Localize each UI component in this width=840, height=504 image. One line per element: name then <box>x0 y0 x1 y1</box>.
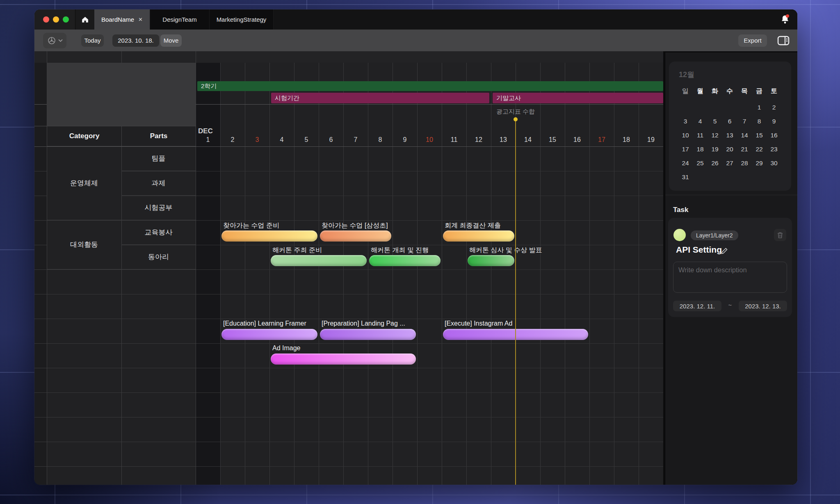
calendar-date[interactable]: 28 <box>737 156 752 170</box>
calendar-date[interactable]: 24 <box>678 156 693 170</box>
calendar-date[interactable]: 30 <box>767 156 781 170</box>
calendar-date[interactable]: 8 <box>752 114 767 128</box>
timeline-span-bar[interactable]: 기말고사 <box>493 93 663 103</box>
tab-designteam[interactable]: DesignTeam <box>150 9 210 30</box>
calendar-date[interactable]: 25 <box>693 156 708 170</box>
calendar-date[interactable]: 3 <box>678 114 693 128</box>
task-bar[interactable] <box>320 329 416 340</box>
today-button[interactable]: Today <box>81 34 104 47</box>
sidebar-panel-icon <box>777 36 790 46</box>
chevron-down-icon <box>58 39 63 42</box>
grid-hline <box>34 104 47 105</box>
task-bar-label: 해커톤 주최 준비 <box>272 246 322 254</box>
title-bar: BoardName ✕ DesignTeam MarketingStrategy <box>34 9 797 30</box>
tab-marketingstrategy[interactable]: MarketingStrategy <box>210 9 274 30</box>
timeline-span-bar[interactable]: 시험기간 <box>271 93 489 103</box>
calendar-date <box>708 100 722 114</box>
calendar-date[interactable]: 16 <box>767 128 781 142</box>
task-bar[interactable] <box>443 230 514 242</box>
notifications-button[interactable] <box>773 9 797 30</box>
calendar-week-row: 3456789 <box>678 114 782 128</box>
task-bar[interactable] <box>221 329 317 340</box>
pencil-icon <box>721 247 728 255</box>
calendar-date[interactable]: 5 <box>708 114 722 128</box>
task-color-dot[interactable] <box>673 229 686 241</box>
task-bar[interactable] <box>271 255 367 266</box>
calendar-date[interactable]: 17 <box>678 142 693 156</box>
task-bar[interactable] <box>468 255 514 266</box>
calendar-date[interactable]: 31 <box>678 170 693 184</box>
calendar-date[interactable]: 7 <box>737 114 752 128</box>
day-header: 14 <box>516 135 540 145</box>
task-bar[interactable] <box>320 230 391 242</box>
tab-boardname[interactable]: BoardName ✕ <box>94 9 150 30</box>
close-tab-icon[interactable]: ✕ <box>138 17 143 22</box>
calendar-date[interactable]: 20 <box>722 142 737 156</box>
calendar-date[interactable]: 2 <box>767 100 781 114</box>
milestone-dot[interactable] <box>514 117 518 121</box>
current-date-field[interactable]: 2023. 10. 18. <box>112 34 159 47</box>
layer-chip[interactable]: Layer1/Layer2 <box>691 230 738 240</box>
task-bar[interactable] <box>271 353 416 365</box>
calendar-date[interactable]: 10 <box>678 128 693 142</box>
grid-vline <box>196 51 196 485</box>
day-header: 15 <box>540 135 565 145</box>
calendar-date[interactable]: 19 <box>708 142 722 156</box>
calendar-weekday-row: 일월화수목금토 <box>678 85 782 97</box>
titlebar-spacer <box>274 9 773 30</box>
task-description-input[interactable] <box>673 262 787 293</box>
task-start-date-button[interactable]: 2023. 12. 11. <box>673 301 721 311</box>
calendar-date[interactable]: 12 <box>708 128 722 142</box>
trash-icon <box>777 232 783 239</box>
view-mode-dropdown[interactable] <box>43 33 66 48</box>
day-header: 13 <box>491 135 516 145</box>
task-bar[interactable] <box>369 255 441 266</box>
timeline-span-bar[interactable]: 2학기 <box>197 81 663 91</box>
home-icon <box>81 15 89 24</box>
calendar-date[interactable]: 22 <box>752 142 767 156</box>
edit-title-button[interactable] <box>721 247 728 256</box>
category-column-header: Category <box>47 126 122 146</box>
calendar-date[interactable]: 11 <box>693 128 708 142</box>
calendar-date[interactable]: 18 <box>693 142 708 156</box>
calendar-date[interactable]: 15 <box>752 128 767 142</box>
export-button[interactable]: Export <box>738 34 767 47</box>
parts-cell: 팀플 <box>121 146 196 171</box>
delete-task-button[interactable] <box>774 229 786 241</box>
calendar-date[interactable]: 27 <box>722 156 737 170</box>
zoom-window-button[interactable] <box>63 16 69 23</box>
move-button[interactable]: Move <box>160 34 182 47</box>
day-header: 4 <box>269 135 294 145</box>
gantt-grid: Category Parts DEC 123456789101112131415… <box>34 51 663 485</box>
category-cell: 운영체제 <box>47 146 121 220</box>
calendar-date[interactable]: 6 <box>722 114 737 128</box>
minimize-window-button[interactable] <box>53 16 59 23</box>
calendar-date[interactable]: 21 <box>737 142 752 156</box>
toggle-sidebar-button[interactable] <box>775 33 792 48</box>
calendar-date[interactable]: 29 <box>752 156 767 170</box>
milestone-label: 광고지표 수합 <box>475 108 557 116</box>
calendar-date[interactable]: 26 <box>708 156 722 170</box>
calendar-date[interactable]: 1 <box>752 100 767 114</box>
calendar-date[interactable]: 13 <box>722 128 737 142</box>
task-end-date-button[interactable]: 2023. 12. 13. <box>739 301 787 311</box>
calendar-weekday: 금 <box>752 85 767 97</box>
right-sidebar: 12월 일월화수목금토 1234567891011121314151617181… <box>665 52 797 485</box>
task-section-heading: Task <box>673 206 689 214</box>
grid-vline <box>121 51 122 63</box>
close-window-button[interactable] <box>43 16 49 23</box>
day-header: 9 <box>393 135 417 145</box>
calendar-date[interactable]: 23 <box>767 142 781 156</box>
milestone-vertical-line <box>515 119 516 485</box>
calendar-date[interactable]: 4 <box>693 114 708 128</box>
task-bar-label: Ad Image <box>272 344 300 353</box>
calendar-date[interactable]: 9 <box>767 114 781 128</box>
calendar-date[interactable]: 14 <box>737 128 752 142</box>
home-button[interactable] <box>75 9 94 30</box>
day-header: 18 <box>614 135 639 145</box>
task-bar[interactable] <box>221 230 317 242</box>
calendar-date <box>708 170 722 184</box>
calendar-weekday: 월 <box>693 85 708 97</box>
grid-corner-block <box>47 63 196 126</box>
mini-calendar-card: 12월 일월화수목금토 1234567891011121314151617181… <box>669 62 791 191</box>
